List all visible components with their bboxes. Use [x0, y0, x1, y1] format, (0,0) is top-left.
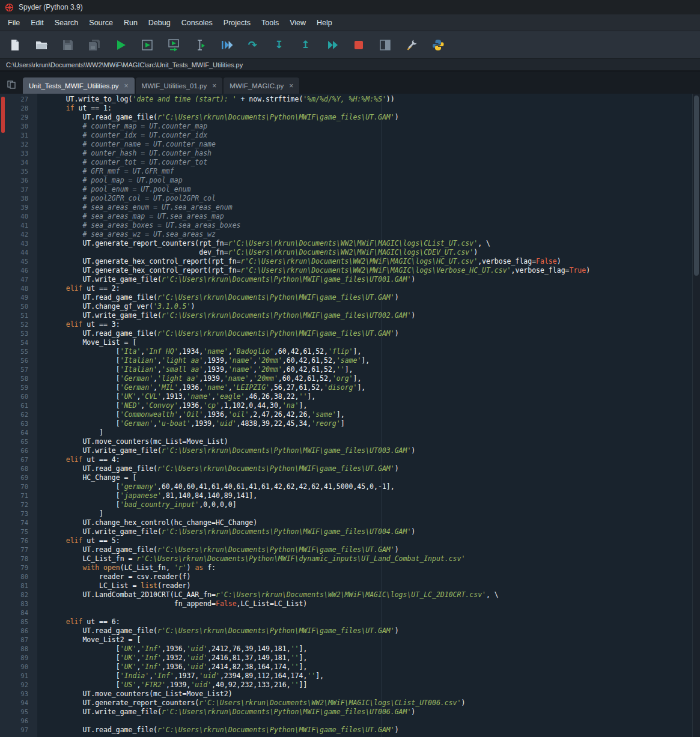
line-number[interactable]: 59: [0, 383, 37, 392]
line-number[interactable]: 41: [0, 221, 37, 230]
code-line[interactable]: 46 UT.generate_hex_control_report(rpt_fn…: [0, 266, 692, 275]
line-number[interactable]: 45: [0, 257, 37, 266]
line-number[interactable]: 81: [0, 581, 37, 590]
run-file-button[interactable]: [109, 34, 132, 56]
code-line[interactable]: 42 # sea_areas_wz = UT.sea_areas_wz: [0, 230, 692, 239]
code-line[interactable]: 67 elif ut == 4:: [0, 455, 692, 464]
code-line[interactable]: 91 ['India','Inf',1937,'uid',2394,89,112…: [0, 672, 692, 681]
code-line[interactable]: 83 fn_append=False,LC_List=LC_List): [0, 599, 692, 608]
line-number[interactable]: 52: [0, 320, 37, 329]
menu-view[interactable]: View: [284, 16, 311, 30]
menu-projects[interactable]: Projects: [218, 16, 256, 30]
line-number[interactable]: 87: [0, 635, 37, 644]
code-line[interactable]: 70 ['germany',60,40,60,41,61,40,61,41,61…: [0, 482, 692, 491]
code-line[interactable]: 80 reader = csv.reader(f): [0, 572, 692, 581]
line-number[interactable]: 78: [0, 554, 37, 563]
code-line[interactable]: 78 LC_List_fn = r'C:\Users\rkrun\Documen…: [0, 554, 692, 563]
tab-MWIF_MAGIC.py[interactable]: MWIF_MAGIC.py×: [224, 77, 299, 94]
line-number[interactable]: 84: [0, 608, 37, 617]
line-number[interactable]: 46: [0, 266, 37, 275]
code-line[interactable]: 72 ['bad_country_input',0,0,0,0]: [0, 500, 692, 509]
new-file-button[interactable]: [4, 34, 26, 56]
code-line[interactable]: 50 UT.change_gf_ver('3.1.0.5'): [0, 302, 692, 311]
code-line[interactable]: 28 if ut == 1:: [0, 104, 692, 113]
line-number[interactable]: 29: [0, 113, 37, 122]
code-line[interactable]: 84: [0, 608, 692, 617]
code-line[interactable]: 30 # counter_map = UT.counter_map: [0, 122, 692, 131]
line-number[interactable]: 61: [0, 401, 37, 410]
line-number[interactable]: 55: [0, 347, 37, 356]
line-number[interactable]: 33: [0, 149, 37, 158]
line-number[interactable]: 71: [0, 491, 37, 500]
menu-consoles[interactable]: Consoles: [176, 16, 218, 30]
line-number[interactable]: 74: [0, 518, 37, 527]
code-line[interactable]: 79 with open(LC_List_fn, 'r') as f:: [0, 563, 692, 572]
code-line[interactable]: 89 ['UK','Inf',1932,'uid',2416,81,37,149…: [0, 654, 692, 663]
code-line[interactable]: 64 ]: [0, 428, 692, 437]
line-number[interactable]: 48: [0, 284, 37, 293]
code-line[interactable]: 87 Move_List2 = [: [0, 635, 692, 644]
step-over-button[interactable]: ↷: [242, 34, 264, 56]
code-line[interactable]: 88 ['UK','Inf',1936,'uid',2412,76,39,149…: [0, 644, 692, 654]
python-path-manager-button[interactable]: [427, 34, 449, 56]
line-number[interactable]: 28: [0, 104, 37, 113]
line-number[interactable]: 62: [0, 410, 37, 419]
code-line[interactable]: 51 UT.write_game_file(r'C:\Users\rkrun\D…: [0, 311, 692, 320]
browse-tabs-button[interactable]: [4, 76, 19, 94]
line-number[interactable]: 65: [0, 437, 37, 446]
code-line[interactable]: 94 UT.generate_report_counters(r'C:\User…: [0, 699, 692, 708]
menu-search[interactable]: Search: [49, 16, 84, 30]
code-line[interactable]: 45 UT.generate_hex_control_report(rpt_fn…: [0, 257, 692, 266]
code-line[interactable]: 66 UT.write_game_file(r'C:\Users\rkrun\D…: [0, 446, 692, 455]
code-line[interactable]: 69 HC_Change = [: [0, 473, 692, 482]
code-line[interactable]: 74 UT.change_hex_control(hc_change=HC_Ch…: [0, 518, 692, 527]
line-number[interactable]: 86: [0, 626, 37, 635]
code-line[interactable]: 95 UT.write_game_file(r'C:\Users\rkrun\D…: [0, 708, 692, 717]
code-line[interactable]: 77 UT.read_game_file(r'C:\Users\rkrun\Do…: [0, 545, 692, 554]
menu-tools[interactable]: Tools: [256, 16, 284, 30]
line-number[interactable]: 44: [0, 248, 37, 257]
code-line[interactable]: 52 elif ut == 3:: [0, 320, 692, 329]
line-number[interactable]: 70: [0, 482, 37, 491]
line-number[interactable]: 92: [0, 681, 37, 690]
line-number[interactable]: 50: [0, 302, 37, 311]
code-line[interactable]: 61 ['NED','Convoy',1936,'cp',1,102,0,44,…: [0, 401, 692, 410]
code-line[interactable]: 75 UT.write_game_file(r'C:\Users\rkrun\D…: [0, 527, 692, 536]
line-number[interactable]: 58: [0, 374, 37, 383]
code-line[interactable]: 82 UT.LandCombat_2D10CRT(LC_AAR_fn=r'C:\…: [0, 590, 692, 599]
line-number[interactable]: 68: [0, 464, 37, 473]
open-file-button[interactable]: [30, 34, 52, 56]
line-number[interactable]: 37: [0, 185, 37, 194]
code-line[interactable]: 60 ['UK','CVL',1913,'name','eagle',46,26…: [0, 392, 692, 401]
code-line[interactable]: 36 # pool_map = UT.pool_map: [0, 176, 692, 185]
line-number[interactable]: 79: [0, 563, 37, 572]
line-number[interactable]: 91: [0, 672, 37, 681]
code-line[interactable]: 96: [0, 717, 692, 726]
line-number[interactable]: 43: [0, 239, 37, 248]
line-number[interactable]: 69: [0, 473, 37, 482]
line-number[interactable]: 97: [0, 726, 37, 735]
code-line[interactable]: 27 UT.write_to_log('date and time (start…: [0, 95, 692, 104]
line-number[interactable]: 67: [0, 455, 37, 464]
line-number[interactable]: 57: [0, 365, 37, 374]
line-number[interactable]: 30: [0, 122, 37, 131]
scrollbar-thumb[interactable]: [694, 96, 699, 276]
line-number[interactable]: 56: [0, 356, 37, 365]
run-selection-button[interactable]: [189, 34, 211, 56]
stop-debugging-button[interactable]: [347, 34, 370, 56]
code-line[interactable]: 62 ['Commonwealth','Oil',1936,'oil',2,47…: [0, 410, 692, 419]
code-line[interactable]: 57 ['Italian','small aa',1939,'name','20…: [0, 365, 692, 374]
code-line[interactable]: 92 ['US','FTR2',1939,'uid',40,92,232,133…: [0, 681, 692, 690]
code-line[interactable]: 73 ]: [0, 509, 692, 518]
code-line[interactable]: 56 ['Italian','light aa',1939,'name','20…: [0, 356, 692, 365]
code-line[interactable]: 38 # pool2GPR_col = UT.pool2GPR_col: [0, 194, 692, 203]
line-number[interactable]: 93: [0, 690, 37, 699]
line-number[interactable]: 94: [0, 699, 37, 708]
line-number[interactable]: 42: [0, 230, 37, 239]
code-line[interactable]: 34 # counter_tot = UT.counter_tot: [0, 158, 692, 167]
code-line[interactable]: 49 UT.read_game_file(r'C:\Users\rkrun\Do…: [0, 293, 692, 302]
code-line[interactable]: 68 UT.read_game_file(r'C:\Users\rkrun\Do…: [0, 464, 692, 473]
line-number[interactable]: 54: [0, 338, 37, 347]
line-number[interactable]: 66: [0, 446, 37, 455]
menu-file[interactable]: File: [2, 16, 25, 30]
